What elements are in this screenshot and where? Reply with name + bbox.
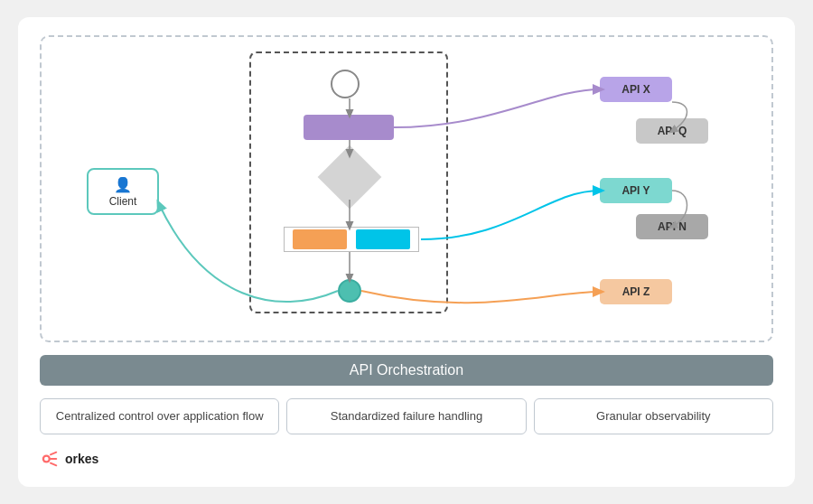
feature-card-3: Granular observability: [534, 398, 773, 434]
api-x-box: API X: [600, 77, 672, 102]
feature-card-1: Centralized control over application flo…: [40, 398, 279, 434]
api-n-box: API N: [636, 214, 708, 239]
branding: orkes: [40, 449, 773, 469]
flow-end-circle: [338, 279, 361, 303]
client-box: 👤 Client: [87, 168, 159, 215]
svg-point-5: [44, 457, 49, 462]
svg-line-8: [51, 463, 56, 466]
orkes-brand-text: orkes: [65, 452, 98, 466]
diagram-area: 👤 Client API X API Q API Y API N API Z: [40, 35, 773, 342]
api-y-box: API Y: [600, 178, 672, 203]
flow-rect-container: [284, 227, 419, 252]
client-icon: 👤: [114, 176, 132, 193]
svg-line-6: [51, 453, 56, 455]
flow-start-circle: [331, 70, 360, 98]
feature-card-2: Standardized failure handling: [286, 398, 526, 434]
orkes-logo-icon: [40, 449, 60, 469]
api-orchestration-label: API Orchestration: [40, 355, 773, 386]
flow-rect-cyan: [356, 229, 410, 249]
api-z-box: API Z: [600, 279, 672, 304]
flow-rect-purple: [304, 115, 394, 140]
features-row: Centralized control over application flo…: [40, 398, 773, 434]
slide: 👤 Client API X API Q API Y API N API Z: [18, 17, 795, 487]
flow-rect-orange: [293, 229, 347, 249]
client-label: Client: [109, 195, 137, 208]
api-q-box: API Q: [636, 118, 708, 144]
